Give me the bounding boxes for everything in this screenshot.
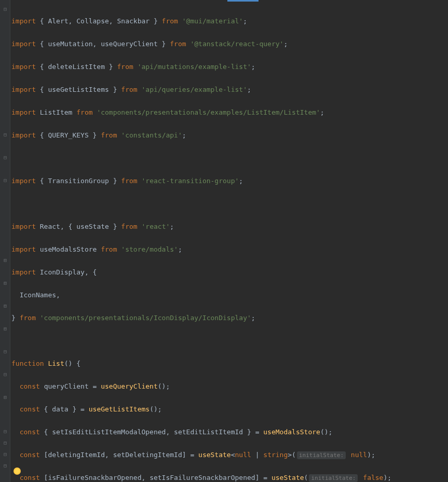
code-line[interactable]: import useModalsStore from 'store/modals… [11,244,448,255]
fold-marker[interactable]: ⊟ [2,6,8,12]
code-line [11,335,448,347]
code-line[interactable]: function List() { [11,358,448,369]
param-hint: initialState: [297,451,346,459]
code-line[interactable]: import { TransitionGroup } from 'react-t… [11,175,448,187]
fold-marker[interactable]: ⊟ [2,155,8,161]
code-line[interactable]: import { deleteListItem } from 'api/muta… [11,61,448,73]
code-line[interactable]: import { useGetListItems } from 'api/que… [11,84,448,95]
code-line[interactable]: const { data } = useGetListItems(); [11,404,448,415]
fold-marker[interactable]: ⊞ [2,326,8,332]
code-line [11,153,448,164]
code-line[interactable]: IconNames, [11,290,448,301]
fold-marker[interactable]: ⊟ [2,463,8,469]
code-line[interactable]: import { Alert, Collapse, Snackbar } fro… [11,16,448,27]
code-line[interactable]: import IconDisplay, { [11,267,448,278]
code-line [11,198,448,210]
code-line[interactable]: import ListItem from 'components/present… [11,107,448,118]
intention-bulb-icon[interactable] [13,467,21,475]
code-line[interactable]: import React, { useState } from 'react'; [11,221,448,232]
fold-marker[interactable]: ⊟ [2,440,8,446]
fold-marker[interactable]: ⊞ [2,303,8,309]
active-tab-indicator [227,0,259,2]
code-line[interactable]: import { useMutation, useQueryClient } f… [11,38,448,50]
code-editor[interactable]: ⊟ ⊟ ⊟ ⊟ ⊞ ⊞ ⊞ ⊞ ⊟ ⊟ ⊞ ⊟ ⊟ ⊟ ⊟ import { A… [0,0,448,482]
code-line[interactable]: const queryClient = useQueryClient(); [11,381,448,392]
fold-marker[interactable]: ⊟ [2,349,8,355]
code-line[interactable]: import { QUERY_KEYS } from 'constants/ap… [11,130,448,141]
code-line[interactable]: const { setIsEditListItemModalOpened, se… [11,426,448,438]
fold-marker[interactable]: ⊟ [2,371,8,378]
code-line[interactable]: const [isFailureSnackbarOpened, setIsFai… [11,472,448,482]
fold-marker[interactable]: ⊟ [2,177,8,184]
fold-marker[interactable]: ⊟ [2,429,8,435]
fold-marker[interactable]: ⊟ [2,132,8,138]
gutter[interactable]: ⊟ ⊟ ⊟ ⊟ ⊞ ⊞ ⊞ ⊞ ⊟ ⊟ ⊞ ⊟ ⊟ ⊟ ⊟ [0,0,10,482]
fold-marker[interactable]: ⊞ [2,394,8,401]
fold-marker[interactable]: ⊞ [2,257,8,264]
fold-marker[interactable]: ⊟ [2,451,8,458]
code-line[interactable]: const [deletingItemId, setDeletingItemId… [11,449,448,461]
code-line[interactable]: } from 'components/presentationals/IconD… [11,312,448,324]
fold-marker[interactable]: ⊞ [2,280,8,286]
code-area[interactable]: import { Alert, Collapse, Snackbar } fro… [10,0,448,482]
param-hint: initialState: [309,474,358,482]
